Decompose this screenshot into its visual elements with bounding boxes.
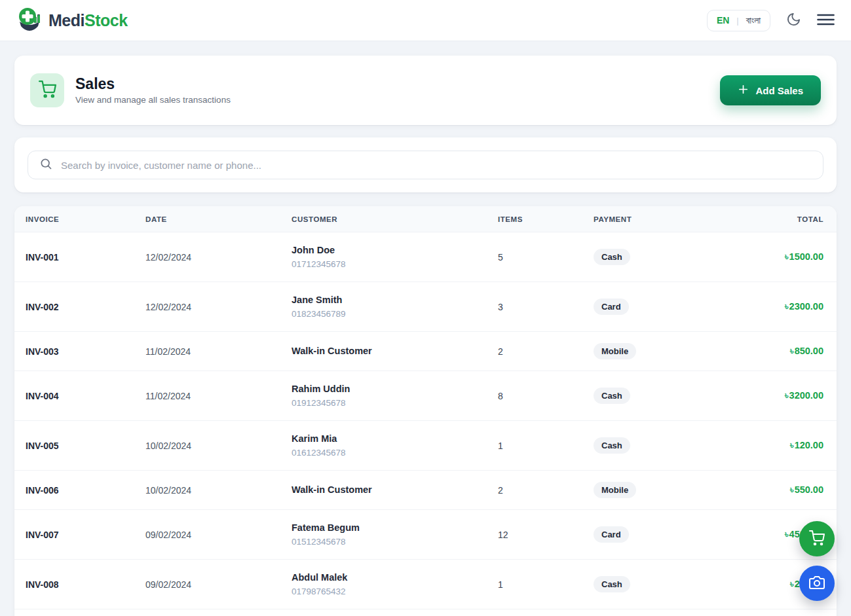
items-cell: 2 [498, 346, 594, 357]
floating-cart-button[interactable] [799, 521, 835, 556]
hamburger-icon [817, 12, 835, 29]
date-cell: 11/02/2024 [145, 346, 292, 357]
table-row[interactable]: INV-005 10/02/2024 Karim Mia 01612345678… [14, 421, 837, 471]
customer-phone: 01912345678 [292, 397, 498, 409]
floating-camera-button[interactable] [799, 566, 835, 601]
add-sales-button[interactable]: Add Sales [720, 75, 821, 105]
sales-icon-box [30, 73, 64, 107]
items-cell: 3 [498, 302, 594, 312]
customer-name: Karim Mia [292, 432, 498, 446]
invoice-cell: INV-006 [26, 485, 145, 496]
date-cell: 10/02/2024 [145, 485, 292, 496]
total-cell: ৳1500.00 [718, 251, 823, 263]
language-switcher[interactable]: EN | বাংলা [707, 10, 770, 31]
column-header-customer: CUSTOMER [292, 215, 498, 223]
lang-option-bangla[interactable]: বাংলা [746, 15, 761, 26]
customer-name: Rahim Uddin [292, 382, 498, 396]
total-cell: ৳3200.00 [718, 390, 823, 401]
table-row[interactable]: INV-007 09/02/2024 Fatema Begum 01512345… [14, 510, 837, 560]
table-row[interactable]: INV-003 11/02/2024 Walk-in Customer 2 Mo… [14, 332, 837, 371]
customer-cell: Walk-in Customer [292, 483, 498, 497]
total-amount: 550.00 [795, 484, 823, 495]
page-title: Sales [75, 76, 231, 92]
customer-cell: Abdul Malek 01798765432 [292, 571, 498, 598]
total-cell: ৳550.00 [718, 484, 823, 496]
table-row[interactable]: INV-008 09/02/2024 Abdul Malek 017987654… [14, 560, 837, 609]
customer-name: Fatema Begum [292, 521, 498, 535]
invoice-cell: INV-001 [26, 252, 145, 263]
payment-badge: Mobile [594, 343, 636, 359]
customer-cell: Jane Smith 01823456789 [292, 293, 498, 320]
items-cell: 5 [498, 252, 594, 263]
column-header-invoice: INVOICE [26, 215, 145, 223]
page-header-left: Sales View and manage all sales transact… [30, 73, 231, 107]
customer-phone: 01612345678 [292, 446, 498, 459]
brand-name-stock: Stock [85, 11, 128, 29]
lang-divider: | [736, 16, 738, 26]
payment-cell: Mobile [594, 343, 718, 359]
total-amount: 3200.00 [789, 390, 823, 401]
menu-button[interactable] [817, 12, 835, 29]
table-row[interactable]: Nazma Akter Mobile [14, 609, 837, 616]
page-subtitle: View and manage all sales transactions [75, 95, 231, 105]
payment-badge: Card [594, 299, 629, 315]
date-cell: 10/02/2024 [145, 441, 292, 451]
payment-cell: Cash [594, 388, 718, 404]
table-row[interactable]: INV-006 10/02/2024 Walk-in Customer 2 Mo… [14, 471, 837, 510]
search-box[interactable] [28, 151, 823, 179]
payment-cell: Mobile [594, 482, 718, 498]
medistock-logo-icon [16, 6, 43, 35]
total-cell: ৳850.00 [718, 346, 823, 357]
main-content: Sales View and manage all sales transact… [0, 56, 851, 616]
total-amount: 2300.00 [789, 301, 823, 312]
customer-name: Walk-in Customer [292, 344, 498, 358]
customer-phone: 01712345678 [292, 258, 498, 270]
customer-cell: John Doe 01712345678 [292, 244, 498, 270]
total-amount: 120.00 [795, 440, 823, 450]
table-row[interactable]: INV-002 12/02/2024 Jane Smith 0182345678… [14, 282, 837, 332]
payment-badge: Cash [594, 437, 630, 454]
total-amount: 1500.00 [789, 251, 823, 262]
items-cell: 8 [498, 391, 594, 401]
camera-icon [809, 575, 825, 592]
invoice-cell: INV-002 [26, 302, 145, 312]
column-header-total: TOTAL [718, 215, 823, 223]
currency-symbol: ৳ [785, 301, 789, 312]
theme-toggle-button[interactable] [786, 12, 801, 29]
customer-phone: 01512345678 [292, 535, 498, 548]
customer-cell: Walk-in Customer [292, 344, 498, 358]
items-cell: 1 [498, 579, 594, 590]
table-row[interactable]: INV-004 11/02/2024 Rahim Uddin 019123456… [14, 371, 837, 421]
table-body: INV-001 12/02/2024 John Doe 01712345678 … [14, 232, 837, 616]
customer-cell: Karim Mia 01612345678 [292, 432, 498, 459]
brand-logo[interactable]: MediStock [16, 6, 128, 35]
total-cell: ৳120.00 [718, 440, 823, 451]
customer-name: Jane Smith [292, 293, 498, 307]
table-row[interactable]: INV-001 12/02/2024 John Doe 01712345678 … [14, 232, 837, 282]
cart-icon [809, 530, 825, 548]
customer-name: Abdul Malek [292, 571, 498, 585]
date-cell: 11/02/2024 [145, 391, 292, 401]
customer-phone: 01823456789 [292, 308, 498, 320]
currency-symbol: ৳ [785, 251, 789, 262]
date-cell: 12/02/2024 [145, 302, 292, 312]
currency-symbol: ৳ [790, 579, 794, 589]
plus-icon [738, 84, 749, 97]
search-input[interactable] [61, 160, 812, 171]
currency-symbol: ৳ [785, 390, 789, 401]
lang-option-en[interactable]: EN [717, 15, 729, 26]
items-cell: 2 [498, 485, 594, 496]
payment-cell: Cash [594, 249, 718, 265]
total-cell: ৳2300.00 [718, 301, 823, 312]
invoice-cell: INV-005 [26, 441, 145, 451]
add-sales-label: Add Sales [755, 85, 803, 96]
items-cell: 1 [498, 441, 594, 451]
payment-cell: Cash [594, 437, 718, 454]
column-header-date: DATE [145, 215, 292, 223]
currency-symbol: ৳ [785, 529, 789, 539]
payment-cell: Card [594, 526, 718, 543]
brand-name: MediStock [48, 11, 128, 30]
payment-badge: Cash [594, 388, 630, 404]
brand-name-medi: Medi [48, 11, 85, 29]
payment-badge: Cash [594, 576, 630, 592]
